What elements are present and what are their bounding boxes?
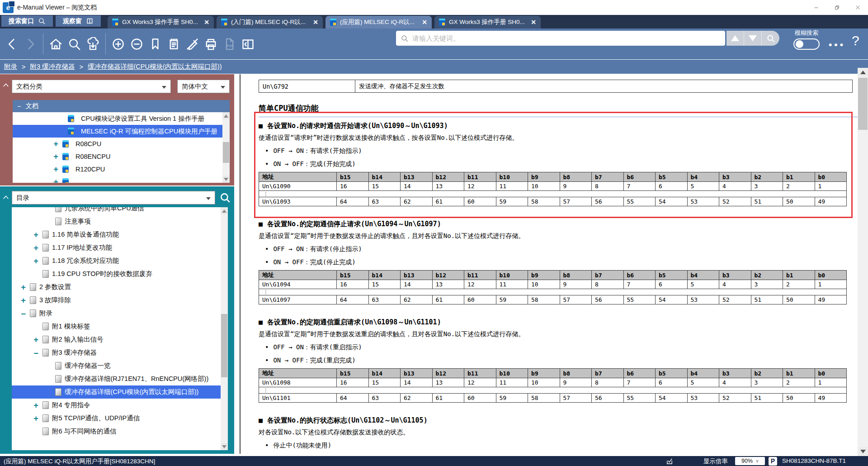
page-icon	[55, 375, 61, 383]
bit-value-cell: 50	[783, 394, 815, 403]
toc-search-button[interactable]	[218, 190, 232, 205]
expand-toggle-icon[interactable]: +	[33, 401, 39, 410]
toc-tree-item[interactable]: 1.19 CPU STOP时的接收数据废弃	[12, 267, 228, 281]
expand-toggle-icon[interactable]: −	[20, 309, 27, 318]
scroll-thumb[interactable]	[223, 142, 229, 163]
scroll-thumb[interactable]	[858, 78, 868, 130]
bit-value-cell: 61	[432, 295, 464, 304]
toc-scrollbar[interactable]	[221, 207, 228, 450]
expand-toggle-icon[interactable]: +	[52, 177, 59, 183]
document-tab[interactable]: (入门篇) MELSEC iQ-R以...✕	[217, 16, 323, 29]
doc-tree-item[interactable]: +R120CPU	[13, 163, 230, 176]
keyword-search-input[interactable]	[412, 34, 721, 42]
toc-tree-item[interactable]: 缓冲存储器详细(CPU模块(内置以太网端口部))	[12, 385, 228, 399]
doc-tree-item[interactable]: CPU模块记录设置工具 Version 1 操作手册	[13, 112, 230, 125]
toc-tree-item[interactable]: +附4 专用指令	[12, 399, 228, 412]
expand-toggle-icon[interactable]: +	[33, 257, 39, 266]
bit-value-cell: 5	[687, 280, 719, 289]
doc-tree-item[interactable]: +R08ENCPU	[13, 150, 230, 163]
document-tab[interactable]: (应用篇) MELSEC iQ-R以...✕	[326, 16, 432, 29]
document-tree-scrollbar[interactable]	[222, 112, 230, 183]
expand-toggle-icon[interactable]: +	[20, 296, 27, 305]
toc-tree-item[interactable]: 缓冲存储器详细(RJ71EN71、RnENCPU(网络部))	[12, 372, 228, 385]
document-tab[interactable]: GX Works3 操作手册 SH0...✕	[108, 16, 214, 29]
execute-search-button[interactable]	[762, 31, 779, 46]
zoom-in-button[interactable]	[109, 33, 127, 54]
search-button[interactable]	[65, 33, 84, 54]
toc-tree-item[interactable]: −附3 缓冲存储器	[12, 346, 228, 359]
home-button[interactable]	[47, 33, 65, 54]
language-dropdown[interactable]: 简体中文	[177, 80, 230, 93]
doc-tree-item[interactable]: MELSEC iQ-R 可编程控制器CPU模块用户手册	[13, 125, 230, 138]
toc-tree-item[interactable]: +1.17 IP地址更改功能	[12, 241, 228, 254]
toc-tree-item[interactable]: +1.16 简单设备通信功能	[12, 228, 228, 241]
bit-pattern-table: 地址b15b14b13b12b11b10b9b8b7b6b5b4b3b2b1b0…	[259, 172, 847, 206]
toc-tree-item[interactable]: +1.18 冗余系统对应功能	[12, 254, 228, 267]
zoom-ratio-dropdown[interactable]: 90% ˅	[735, 457, 765, 465]
doc-tree-item-label: R08ENCPU	[75, 153, 110, 160]
bookmark-button[interactable]	[146, 33, 165, 54]
scroll-down-icon[interactable]	[858, 447, 868, 456]
page-view-button[interactable]	[239, 33, 257, 54]
content-scrollbar[interactable]	[858, 68, 868, 456]
toc-tree-item[interactable]: 冗余系统中的简单CPU通信	[12, 207, 228, 215]
close-button[interactable]	[847, 1, 868, 14]
toc-tree-item[interactable]: 缓冲存储器一览	[12, 359, 228, 372]
zoom-out-button[interactable]	[127, 33, 146, 54]
tab-close-icon[interactable]: ✕	[422, 19, 427, 26]
toc-tree-item[interactable]: 附1 模块标签	[12, 320, 228, 333]
annotation-button[interactable]	[183, 33, 202, 54]
toc-tree-item[interactable]: +3 故障排除	[12, 294, 228, 307]
breadcrumb-link[interactable]: 附录	[4, 62, 17, 71]
download-button[interactable]	[84, 33, 102, 54]
scroll-up-icon[interactable]	[858, 68, 868, 77]
scroll-down-icon[interactable]	[221, 443, 228, 450]
document-category-dropdown[interactable]: 文档分类	[12, 80, 171, 93]
expand-toggle-icon[interactable]: −	[33, 348, 39, 357]
breadcrumb-link[interactable]: 附3 缓冲存储器	[30, 62, 75, 71]
expand-toggle-icon[interactable]: +	[33, 414, 39, 423]
expand-toggle-icon[interactable]: +	[52, 165, 59, 174]
toc-dropdown[interactable]: 目录	[12, 191, 215, 204]
tab-close-icon[interactable]: ✕	[204, 19, 209, 26]
scroll-down-icon[interactable]	[222, 176, 230, 183]
fuzzy-search-toggle[interactable]	[793, 38, 820, 50]
collapse-panel-button[interactable]	[2, 81, 10, 88]
document-tab[interactable]: GX Works3 操作手册 SH0...✕	[434, 16, 541, 29]
scroll-up-icon[interactable]	[221, 207, 228, 214]
tab-close-icon[interactable]: ✕	[531, 19, 536, 26]
toc-tree-item[interactable]: −附录	[12, 307, 228, 320]
expand-toggle-icon[interactable]: +	[33, 230, 39, 239]
expand-toggle-icon[interactable]: +	[33, 243, 39, 252]
help-icon[interactable]: ?	[852, 33, 859, 48]
doc-tree-item[interactable]: +	[13, 176, 230, 183]
scroll-up-icon[interactable]	[222, 112, 230, 119]
update-check-icon[interactable]	[665, 457, 674, 466]
find-previous-button[interactable]	[726, 31, 744, 46]
scroll-thumb[interactable]	[221, 314, 227, 377]
document-tree-header[interactable]: − 文档	[13, 100, 230, 112]
doc-tree-item[interactable]: +R08CPU	[13, 138, 230, 150]
expand-toggle-icon[interactable]: +	[20, 283, 27, 292]
toc-tree-item[interactable]: 注意事项	[12, 215, 228, 228]
expand-toggle-icon[interactable]: +	[52, 139, 59, 148]
memo-button[interactable]	[165, 33, 183, 54]
breadcrumb-link[interactable]: 缓冲存储器详细(CPU模块(内置以太网端口部))	[88, 62, 222, 71]
back-button[interactable]	[3, 33, 21, 54]
toc-tree-item[interactable]: +附5 TCP/IP通信、UDP/IP通信	[12, 412, 228, 425]
toc-tree-item[interactable]: +附2 输入输出信号	[12, 333, 228, 346]
minimize-button[interactable]	[806, 1, 826, 14]
toc-tree-item[interactable]: +2 参数设置	[12, 281, 228, 294]
collapse-panel-button[interactable]	[2, 194, 10, 200]
find-next-button[interactable]	[744, 31, 762, 46]
manual-book-icon	[221, 19, 227, 26]
more-options-icon[interactable]: •••	[829, 39, 845, 50]
tab-close-icon[interactable]: ✕	[313, 19, 318, 26]
toc-tree-item[interactable]: 附6 与不同网络的通信	[12, 425, 228, 438]
expand-toggle-icon[interactable]: +	[33, 335, 39, 344]
panel-tab-watch[interactable]: 观察窗	[56, 15, 101, 27]
panel-tab-search[interactable]: 搜索窗口	[1, 15, 53, 27]
print-button[interactable]	[202, 33, 220, 54]
restore-button[interactable]	[826, 1, 847, 14]
expand-toggle-icon[interactable]: +	[52, 152, 59, 161]
